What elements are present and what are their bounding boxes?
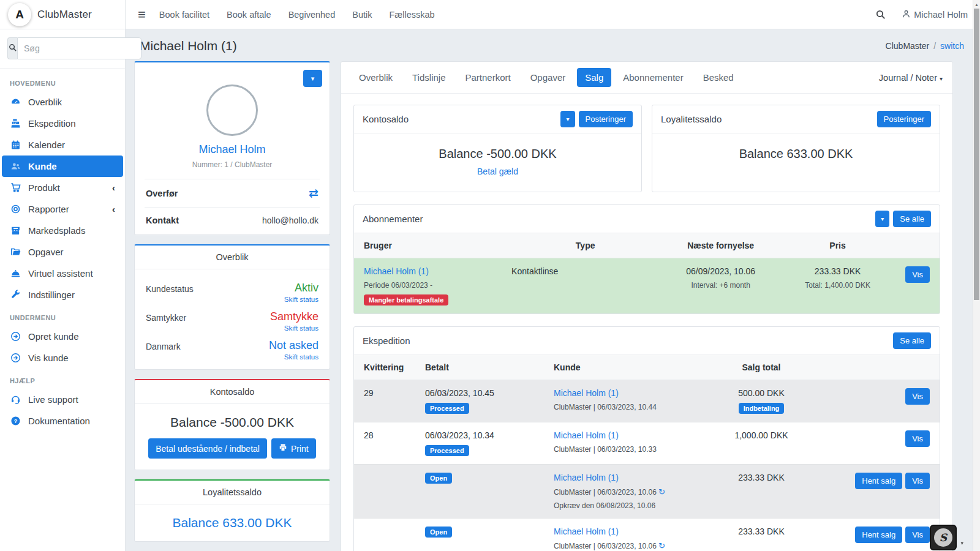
change-status-link[interactable]: Skift status <box>270 324 318 332</box>
vertical-scrollbar[interactable]: ▲ <box>973 0 980 551</box>
scrollbar-up-arrow-icon[interactable]: ▲ <box>973 0 980 9</box>
column-header: Pris <box>782 241 893 250</box>
extension-caret-icon[interactable]: ▾ <box>960 540 963 546</box>
sidebar-item-overblik[interactable]: Overblik <box>2 91 123 113</box>
sidebar-item-vis-kunde[interactable]: Vis kunde <box>2 347 123 369</box>
print-button[interactable]: Print <box>271 438 316 459</box>
view-button[interactable]: Vis <box>905 266 930 283</box>
subscription-user-link[interactable]: Michael Holm (1) <box>364 266 429 276</box>
folder-open-icon <box>10 247 21 257</box>
status-value: Samtykke <box>270 310 318 323</box>
customer-link[interactable]: Michael Holm (1) <box>554 388 619 398</box>
menu-section-label: HOVEDMENU <box>0 71 125 91</box>
expedition-see-all-button[interactable]: Se alle <box>893 332 931 349</box>
view-button[interactable]: Vis <box>905 473 930 489</box>
sidebar-item-kunde[interactable]: Kunde <box>2 156 123 177</box>
loyalty-balance-card: Loyalitetssaldo Balance 633.00 DKK <box>134 479 330 542</box>
search-button[interactable] <box>7 37 17 59</box>
fetch-sale-button[interactable]: Hent salg <box>855 527 902 543</box>
tab-salg[interactable]: Salg <box>577 68 611 87</box>
hamburger-menu-icon[interactable]: ≡ <box>138 8 146 21</box>
search-icon[interactable] <box>875 9 886 20</box>
top-navigation: ≡ Book facilitet Book aftale Begivenhed … <box>126 0 980 29</box>
customer-link[interactable]: Michael Holm (1) <box>554 473 619 482</box>
breadcrumb-switch-link[interactable]: switch <box>940 41 964 51</box>
account-postings-button[interactable]: Posteringer <box>579 111 633 127</box>
tab-bar: Overblik Tidslinje Partnerkort Opgaver S… <box>341 62 952 94</box>
status-label: Danmark <box>146 339 181 361</box>
loyalty-postings-button[interactable]: Posteringer <box>877 111 931 127</box>
customer-detail: ClubMaster | 06/03/2023, 10.06 <box>554 542 657 550</box>
sidebar-item-produkt[interactable]: Produkt ‹ <box>2 177 123 198</box>
question-circle-icon: ? <box>10 416 21 426</box>
column-header: Kvittering <box>364 362 425 372</box>
column-header: Næste fornyelse <box>659 241 782 250</box>
profile-actions-dropdown[interactable]: ▾ <box>303 70 322 87</box>
sidebar-item-opret-kunde[interactable]: Opret kunde <box>2 326 123 347</box>
brand[interactable]: A ClubMaster <box>0 0 125 29</box>
receipt-number: 29 <box>364 388 425 398</box>
arrow-right-circle-icon <box>10 331 21 342</box>
tab-tidslinje[interactable]: Tidslinje <box>404 68 453 87</box>
tab-opgaver[interactable]: Opgaver <box>522 68 574 87</box>
sidebar-item-label: Dokumentation <box>28 416 90 426</box>
headset-icon <box>10 394 21 405</box>
change-status-link[interactable]: Skift status <box>284 296 318 303</box>
tab-overblik[interactable]: Overblik <box>351 68 401 87</box>
account-dropdown-button[interactable]: ▾ <box>560 111 575 127</box>
sidebar-item-opgaver[interactable]: Opgaver <box>2 241 123 263</box>
status-row: Samtykker Samtykke Skift status <box>146 303 318 332</box>
sidebar-item-ekspedition[interactable]: Ekspedition <box>2 113 123 134</box>
contact-row: Kontakt hollo@hollo.dk <box>145 207 320 233</box>
panel-title: Kontosaldo <box>363 114 409 124</box>
sidebar-item-markedsplads[interactable]: Markedsplads <box>2 220 123 241</box>
expedition-row: Open Michael Holm (1) ClubMaster | 06/03… <box>354 518 940 551</box>
pay-debt-link[interactable]: Betal gæld <box>477 167 518 176</box>
pay-outstanding-button[interactable]: Betal udestående / indbetal <box>148 438 267 459</box>
status-value: Not asked <box>269 339 318 352</box>
profile-name-link[interactable]: Michael Holm <box>145 143 320 156</box>
view-button[interactable]: Vis <box>905 527 930 543</box>
nav-link-book-aftale[interactable]: Book aftale <box>227 10 271 20</box>
sidebar-item-rapporter[interactable]: Rapporter ‹ <box>2 198 123 220</box>
subscriptions-table-header: Bruger Type Næste fornyelse Pris <box>354 233 940 258</box>
user-menu[interactable]: Michael Holm <box>902 9 968 20</box>
sidebar-item-dokumentation[interactable]: ? Dokumentation <box>2 410 123 432</box>
view-button[interactable]: Vis <box>905 430 930 447</box>
arrow-right-circle-icon <box>10 353 21 363</box>
scrollbar-thumb[interactable] <box>974 9 979 300</box>
caret-down-icon: ▾ <box>940 75 943 82</box>
nav-link-butik[interactable]: Butik <box>352 10 372 20</box>
customer-link[interactable]: Michael Holm (1) <box>554 527 619 536</box>
paid-datetime: 06/03/2023, 10.45 <box>425 388 554 398</box>
sidebar-item-virtuel-assistent[interactable]: Virtuel assistent <box>2 263 123 284</box>
subscription-price: 233.33 DKK <box>782 266 893 276</box>
subscriptions-dropdown-button[interactable]: ▾ <box>875 211 889 227</box>
change-status-link[interactable]: Skift status <box>269 353 318 361</box>
tab-partnerkort[interactable]: Partnerkort <box>457 68 518 87</box>
sidebar: A ClubMaster HOVEDMENU Overblik Ekspedit… <box>0 0 126 551</box>
tab-abonnementer[interactable]: Abonnementer <box>615 68 691 87</box>
transfer-arrows-icon[interactable]: ⇄ <box>309 187 318 199</box>
sidebar-item-label: Opret kunde <box>28 331 79 342</box>
sidebar-item-indstillinger[interactable]: Indstillinger <box>2 284 123 305</box>
chevron-left-icon: ‹ <box>112 182 115 193</box>
page-header: Michael Holm (1) ClubMaster/switch <box>126 29 980 61</box>
tab-besked[interactable]: Besked <box>695 68 742 87</box>
view-button[interactable]: Vis <box>905 388 930 405</box>
sidebar-item-live-support[interactable]: Live support <box>2 389 123 410</box>
panel-title: Abonnementer <box>363 214 423 224</box>
status-label: Kundestatus <box>146 282 194 303</box>
browser-extension-badge[interactable]: S <box>930 525 957 550</box>
subscriptions-see-all-button[interactable]: Se alle <box>893 211 931 227</box>
profile-card: ▾ Michael Holm Nummer: 1 / ClubMaster Ov… <box>134 61 330 235</box>
column-header: Betalt <box>425 362 554 372</box>
customer-link[interactable]: Michael Holm (1) <box>554 430 619 440</box>
sidebar-item-kalender[interactable]: Kalender <box>2 134 123 156</box>
search-input[interactable] <box>17 37 141 59</box>
nav-link-faellesskab[interactable]: Fællesskab <box>389 10 434 20</box>
nav-link-begivenhed[interactable]: Begivenhed <box>288 10 336 20</box>
journal-noter-dropdown[interactable]: Journal / Noter▾ <box>879 73 943 83</box>
fetch-sale-button[interactable]: Hent salg <box>855 473 902 489</box>
nav-link-book-facilitet[interactable]: Book facilitet <box>159 10 209 20</box>
